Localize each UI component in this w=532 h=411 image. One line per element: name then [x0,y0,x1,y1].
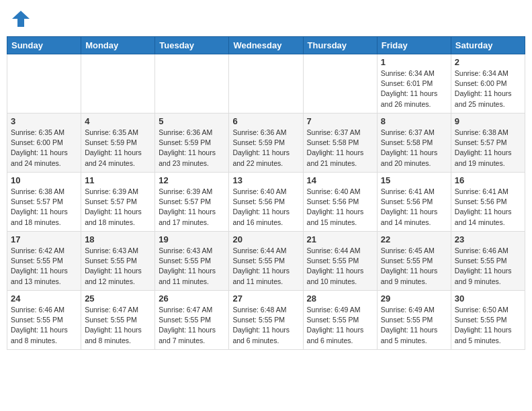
day-number: 8 [381,116,447,126]
day-info: Sunrise: 6:43 AMSunset: 5:55 PMDaylight:… [159,246,225,287]
weekday-header-friday: Friday [377,37,451,54]
day-number: 22 [381,234,447,244]
day-number: 14 [307,175,373,185]
day-info: Sunrise: 6:37 AMSunset: 5:58 PMDaylight:… [381,128,447,169]
weekday-header-saturday: Saturday [451,37,525,54]
day-info: Sunrise: 6:40 AMSunset: 5:56 PMDaylight:… [232,187,299,228]
logo [11,9,34,28]
day-info: Sunrise: 6:38 AMSunset: 5:57 PMDaylight:… [455,128,521,169]
day-info: Sunrise: 6:41 AMSunset: 5:56 PMDaylight:… [381,187,447,228]
svg-marker-0 [12,11,30,27]
day-number: 9 [455,116,521,126]
day-cell: 20Sunrise: 6:44 AMSunset: 5:55 PMDayligh… [229,232,303,291]
day-cell [155,54,229,113]
day-info: Sunrise: 6:34 AMSunset: 6:01 PMDaylight:… [381,68,447,109]
weekday-header-sunday: Sunday [7,37,81,54]
day-number: 27 [232,293,299,304]
day-cell: 5Sunrise: 6:36 AMSunset: 5:59 PMDaylight… [155,113,229,173]
day-number: 2 [455,57,521,67]
day-cell: 26Sunrise: 6:47 AMSunset: 5:55 PMDayligh… [155,291,229,350]
day-info: Sunrise: 6:36 AMSunset: 5:59 PMDaylight:… [232,128,299,169]
day-cell: 28Sunrise: 6:49 AMSunset: 5:55 PMDayligh… [303,291,377,350]
week-row-2: 10Sunrise: 6:38 AMSunset: 5:57 PMDayligh… [7,173,525,232]
day-info: Sunrise: 6:37 AMSunset: 5:58 PMDaylight:… [307,128,373,169]
day-cell: 1Sunrise: 6:34 AMSunset: 6:01 PMDaylight… [377,54,451,113]
day-cell: 16Sunrise: 6:41 AMSunset: 5:56 PMDayligh… [451,173,525,232]
day-info: Sunrise: 6:49 AMSunset: 5:55 PMDaylight:… [307,305,373,346]
header [7,7,525,31]
day-cell: 18Sunrise: 6:43 AMSunset: 5:55 PMDayligh… [81,232,155,291]
day-info: Sunrise: 6:34 AMSunset: 6:00 PMDaylight:… [455,68,521,109]
day-number: 13 [232,175,299,185]
day-number: 19 [159,234,225,244]
day-number: 24 [11,293,77,304]
day-number: 17 [11,234,77,244]
day-cell: 17Sunrise: 6:42 AMSunset: 5:55 PMDayligh… [7,232,81,291]
day-number: 12 [159,175,225,185]
day-number: 23 [455,234,521,244]
day-number: 30 [455,293,521,304]
day-info: Sunrise: 6:36 AMSunset: 5:59 PMDaylight:… [159,128,225,169]
day-info: Sunrise: 6:46 AMSunset: 5:55 PMDaylight:… [11,305,77,346]
day-cell: 22Sunrise: 6:45 AMSunset: 5:55 PMDayligh… [377,232,451,291]
day-number: 10 [11,175,77,185]
week-row-0: 1Sunrise: 6:34 AMSunset: 6:01 PMDaylight… [7,54,525,113]
day-info: Sunrise: 6:41 AMSunset: 5:56 PMDaylight:… [455,187,521,228]
week-row-4: 24Sunrise: 6:46 AMSunset: 5:55 PMDayligh… [7,291,525,350]
day-cell: 7Sunrise: 6:37 AMSunset: 5:58 PMDaylight… [303,113,377,173]
day-cell: 3Sunrise: 6:35 AMSunset: 6:00 PMDaylight… [7,113,81,173]
day-info: Sunrise: 6:40 AMSunset: 5:56 PMDaylight:… [307,187,373,228]
day-info: Sunrise: 6:42 AMSunset: 5:55 PMDaylight:… [11,246,77,287]
weekday-header-wednesday: Wednesday [229,37,303,54]
day-info: Sunrise: 6:43 AMSunset: 5:55 PMDaylight:… [85,246,151,287]
day-number: 25 [85,293,151,304]
day-cell: 30Sunrise: 6:50 AMSunset: 5:55 PMDayligh… [451,291,525,350]
day-info: Sunrise: 6:38 AMSunset: 5:57 PMDaylight:… [11,187,77,228]
day-number: 21 [307,234,373,244]
day-info: Sunrise: 6:39 AMSunset: 5:57 PMDaylight:… [159,187,225,228]
day-cell [81,54,155,113]
day-number: 6 [232,116,299,126]
day-number: 15 [381,175,447,185]
day-number: 29 [381,293,447,304]
day-info: Sunrise: 6:49 AMSunset: 5:55 PMDaylight:… [381,305,447,346]
week-row-1: 3Sunrise: 6:35 AMSunset: 6:00 PMDaylight… [7,113,525,173]
day-cell: 10Sunrise: 6:38 AMSunset: 5:57 PMDayligh… [7,173,81,232]
day-info: Sunrise: 6:35 AMSunset: 5:59 PMDaylight:… [85,128,151,169]
day-number: 4 [85,116,151,126]
day-cell: 4Sunrise: 6:35 AMSunset: 5:59 PMDaylight… [81,113,155,173]
day-cell [229,54,303,113]
weekday-header-tuesday: Tuesday [155,37,229,54]
day-info: Sunrise: 6:45 AMSunset: 5:55 PMDaylight:… [381,246,447,287]
day-number: 3 [11,116,77,126]
day-info: Sunrise: 6:39 AMSunset: 5:57 PMDaylight:… [85,187,151,228]
day-cell: 11Sunrise: 6:39 AMSunset: 5:57 PMDayligh… [81,173,155,232]
day-cell: 8Sunrise: 6:37 AMSunset: 5:58 PMDaylight… [377,113,451,173]
day-info: Sunrise: 6:35 AMSunset: 6:00 PMDaylight:… [11,128,77,169]
day-number: 5 [159,116,225,126]
day-number: 28 [307,293,373,304]
day-cell: 2Sunrise: 6:34 AMSunset: 6:00 PMDaylight… [451,54,525,113]
day-cell: 21Sunrise: 6:44 AMSunset: 5:55 PMDayligh… [303,232,377,291]
logo-icon [11,9,31,28]
day-number: 26 [159,293,225,304]
day-number: 20 [232,234,299,244]
day-info: Sunrise: 6:44 AMSunset: 5:55 PMDaylight:… [232,246,299,287]
day-info: Sunrise: 6:46 AMSunset: 5:55 PMDaylight:… [455,246,521,287]
day-number: 11 [85,175,151,185]
day-cell: 14Sunrise: 6:40 AMSunset: 5:56 PMDayligh… [303,173,377,232]
day-cell [303,54,377,113]
day-cell: 27Sunrise: 6:48 AMSunset: 5:55 PMDayligh… [229,291,303,350]
weekday-header-row: SundayMondayTuesdayWednesdayThursdayFrid… [7,37,525,54]
day-number: 1 [381,57,447,67]
day-info: Sunrise: 6:47 AMSunset: 5:55 PMDaylight:… [85,305,151,346]
calendar-table: SundayMondayTuesdayWednesdayThursdayFrid… [7,36,525,350]
weekday-header-thursday: Thursday [303,37,377,54]
day-cell: 19Sunrise: 6:43 AMSunset: 5:55 PMDayligh… [155,232,229,291]
day-info: Sunrise: 6:44 AMSunset: 5:55 PMDaylight:… [307,246,373,287]
week-row-3: 17Sunrise: 6:42 AMSunset: 5:55 PMDayligh… [7,232,525,291]
day-info: Sunrise: 6:47 AMSunset: 5:55 PMDaylight:… [159,305,225,346]
day-number: 16 [455,175,521,185]
day-cell: 6Sunrise: 6:36 AMSunset: 5:59 PMDaylight… [229,113,303,173]
day-cell: 25Sunrise: 6:47 AMSunset: 5:55 PMDayligh… [81,291,155,350]
